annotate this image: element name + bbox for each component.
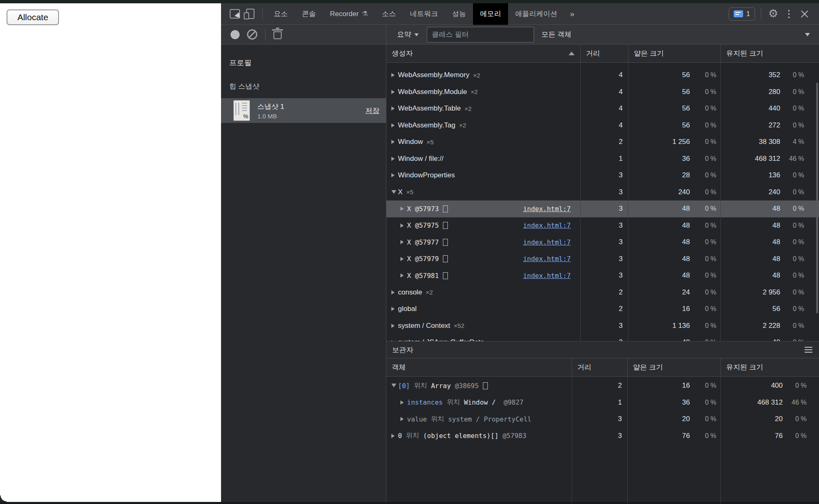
expand-arrow-icon[interactable] [390, 140, 398, 144]
table-row[interactable]: WindowProperties3280 %1360 % [386, 167, 819, 184]
snapshot-save-link[interactable]: 저장 [365, 106, 379, 115]
source-link[interactable]: index.html:7 [523, 272, 571, 280]
size-percent: 0 % [780, 205, 804, 212]
missing-glyph-box [443, 222, 448, 229]
device-toolbar-icon[interactable] [242, 6, 258, 22]
table-row[interactable]: console×22240 %2 9560 % [386, 284, 819, 301]
column-header-distance[interactable]: 거리 [581, 45, 628, 62]
size-percent: 0 % [690, 88, 716, 96]
retainer-row[interactable]: [0] 위치 Array @386952160 %4000 % [386, 377, 819, 394]
expand-arrow-icon[interactable] [390, 290, 398, 294]
retainer-row[interactable]: 0 위치 (object elements)[] @579833760 %760… [386, 428, 819, 445]
source-link[interactable]: index.html:7 [523, 205, 571, 213]
expand-arrow-icon[interactable] [390, 106, 398, 111]
table-row[interactable]: X @57973index.html:73480 %480 % [386, 200, 819, 217]
table-row[interactable]: Window×521 2560 %38 3084 % [386, 134, 819, 151]
objects-select[interactable]: 모든 객체 [541, 30, 819, 39]
constructor-cell: X @57977index.html:7 [386, 234, 581, 251]
tab-sources[interactable]: 소스 [375, 3, 403, 25]
column-header-distance[interactable]: 거리 [572, 358, 628, 376]
kebab-menu-icon[interactable] [781, 6, 797, 22]
scrollbar-thumb[interactable] [816, 82, 818, 313]
constructor-name: X @57973 [407, 205, 439, 213]
clear-icon[interactable] [247, 29, 257, 40]
issues-button[interactable]: 1 [729, 7, 755, 21]
retainer-row[interactable]: value 위치 system / PropertyCell3200 %200 … [386, 411, 819, 428]
object-cell: 0 위치 (object elements)[] @57983 [386, 428, 572, 445]
table-row[interactable]: system / Context×5231 1360 %2 2280 % [386, 318, 819, 334]
expand-arrow-icon[interactable] [390, 90, 398, 94]
more-tabs-button[interactable]: » [564, 9, 580, 19]
tab-performance[interactable]: 성능 [445, 3, 473, 25]
source-link[interactable]: index.html:7 [523, 238, 571, 246]
expand-arrow-icon[interactable] [390, 173, 398, 177]
distance-value: 3 [619, 322, 623, 330]
collapse-arrow-icon[interactable] [390, 382, 398, 390]
constructor-cell: global [386, 301, 581, 318]
constructor-cell: X @57973index.html:7 [386, 200, 581, 217]
class-filter-input[interactable] [427, 27, 534, 42]
close-icon[interactable] [797, 6, 812, 22]
expand-arrow-icon[interactable] [390, 157, 398, 161]
hamburger-menu-icon[interactable] [805, 347, 812, 353]
tab-memory[interactable]: 메모리 [473, 3, 508, 25]
column-header-shallow-size[interactable]: 얕은 크기 [628, 45, 721, 62]
column-header-object[interactable]: 객체 [386, 358, 572, 376]
expand-arrow-icon[interactable] [399, 400, 407, 405]
table-row[interactable]: Window / file://1360 %468 31246 % [386, 151, 819, 167]
devtools-tabbar: 요소콘솔Recorder⚗소스네트워크성능메모리애플리케이션 » 1 ⚙ [221, 3, 819, 25]
table-row[interactable]: X @57975index.html:73480 %480 % [386, 217, 819, 234]
table-row[interactable]: X×532400 %2400 % [386, 184, 819, 201]
expand-arrow-icon[interactable] [390, 123, 398, 127]
record-heap-snapshot-icon[interactable] [231, 30, 240, 39]
expand-arrow-icon[interactable] [399, 224, 407, 228]
tab-label: 콘솔 [302, 9, 316, 19]
tab-application[interactable]: 애플리케이션 [508, 3, 564, 25]
size-percent: 0 % [780, 88, 804, 96]
constructor-name: Window / file:// [398, 155, 444, 163]
size-percent: 0 % [690, 305, 716, 313]
settings-gear-icon[interactable]: ⚙ [765, 6, 781, 22]
expand-arrow-icon[interactable] [390, 434, 398, 438]
tab-recorder[interactable]: Recorder⚗ [323, 3, 375, 25]
expand-arrow-icon[interactable] [399, 273, 407, 278]
table-row[interactable]: WebAssembly.Tag×24560 %2720 % [386, 117, 819, 134]
expand-arrow-icon[interactable] [399, 240, 407, 244]
expand-arrow-icon[interactable] [390, 307, 398, 311]
tab-label: 성능 [452, 9, 466, 19]
expand-arrow-icon[interactable] [390, 324, 398, 328]
table-row[interactable]: WebAssembly.Module×24560 %2800 % [386, 84, 819, 101]
table-row[interactable]: X @57977index.html:73480 %480 % [386, 234, 819, 251]
expand-arrow-icon[interactable] [399, 257, 407, 261]
table-row[interactable]: WebAssembly.Table×24560 %4400 % [386, 100, 819, 117]
column-header-constructor[interactable]: 생성자 [386, 45, 581, 62]
tab-console[interactable]: 콘솔 [295, 3, 323, 25]
tab-network[interactable]: 네트워크 [403, 3, 445, 25]
collapse-arrow-icon[interactable] [390, 188, 398, 196]
trash-icon[interactable] [273, 31, 282, 39]
view-select[interactable]: 요약 [397, 30, 419, 39]
size-percent: 0 % [780, 222, 804, 229]
snapshot-item[interactable]: 스냅샷 1 1.0 MB 저장 [221, 98, 386, 123]
issues-count: 1 [746, 10, 750, 18]
table-row[interactable]: X @57979index.html:73480 %480 % [386, 251, 819, 268]
allocate-button[interactable]: Allocate [7, 9, 59, 25]
retainer-row[interactable]: instances 위치 Window / @98271360 %468 312… [386, 394, 819, 411]
column-header-shallow-size[interactable]: 얕은 크기 [628, 358, 721, 376]
expand-arrow-icon[interactable] [390, 73, 398, 77]
size-value: 352 [769, 71, 780, 79]
size-cell: 480 % [628, 200, 721, 217]
tab-elements[interactable]: 요소 [267, 3, 295, 25]
table-row[interactable]: global2160 %560 % [386, 301, 819, 318]
table-row[interactable]: X @57981index.html:73480 %480 % [386, 267, 819, 284]
distance-value: 1 [618, 398, 622, 407]
expand-arrow-icon[interactable] [399, 417, 407, 421]
source-link[interactable]: index.html:7 [523, 255, 571, 263]
column-header-retained-size[interactable]: 유지된 크기 [721, 358, 819, 376]
inspect-icon[interactable] [227, 6, 242, 22]
expand-arrow-icon[interactable] [399, 207, 407, 211]
table-row[interactable]: WebAssembly.Memory×24560 %3520 % [386, 67, 819, 84]
source-link[interactable]: index.html:7 [523, 221, 571, 229]
column-header-retained-size[interactable]: 유지된 크기 [721, 45, 819, 62]
distance-cell: 2 [581, 284, 628, 301]
